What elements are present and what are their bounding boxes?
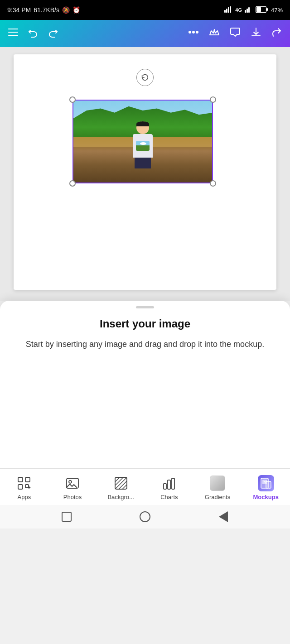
svg-rect-0: [224, 10, 226, 13]
wifi-signal-icon: [245, 6, 253, 14]
canvas-page[interactable]: [14, 54, 276, 290]
apps-icon: [16, 475, 32, 491]
corner-handle-bl[interactable]: [69, 180, 76, 187]
tab-photos-label: Photos: [63, 494, 82, 500]
status-left: 9:34 PM 61.7KB/s 🔕 ⏰: [7, 6, 80, 14]
tab-backgrounds-label: Backgro...: [107, 494, 134, 500]
selected-image-container[interactable]: [72, 100, 213, 183]
person-legs: [135, 158, 151, 168]
bottom-nav: Apps Photos Backgro...: [0, 468, 290, 505]
sheet-description: Start by inserting any image and drag an…: [11, 338, 279, 351]
redo-icon[interactable]: [47, 26, 59, 41]
svg-rect-32: [172, 478, 174, 489]
person-body: [133, 134, 153, 158]
tab-photos[interactable]: Photos: [48, 473, 97, 502]
share-icon[interactable]: [271, 26, 283, 41]
svg-point-23: [69, 481, 72, 483]
tab-apps[interactable]: Apps: [0, 473, 48, 502]
content-spacer: [0, 369, 290, 468]
svg-rect-22: [67, 478, 78, 488]
more-icon[interactable]: [188, 26, 199, 41]
tab-charts-label: Charts: [160, 494, 178, 500]
corner-handle-br[interactable]: [210, 180, 216, 187]
svg-point-14: [193, 31, 194, 33]
svg-rect-3: [230, 6, 231, 13]
back-button[interactable]: [218, 511, 229, 523]
svg-line-26: [115, 477, 123, 485]
recent-apps-icon: [62, 512, 72, 522]
home-button[interactable]: [139, 511, 151, 523]
status-right: 4G 47%: [224, 6, 283, 14]
time: 9:34 PM: [7, 6, 31, 14]
rotate-handle[interactable]: [136, 69, 154, 86]
data-speed: 61.7KB/s: [34, 6, 59, 14]
svg-rect-35: [266, 481, 271, 488]
svg-line-28: [119, 481, 127, 489]
battery-percent: 47%: [271, 7, 283, 14]
tab-mockups-label: Mockups: [253, 494, 279, 500]
svg-rect-8: [256, 7, 261, 12]
tshirt-landscape: [136, 145, 150, 151]
nav-right: [188, 26, 283, 41]
mockup-image: [72, 100, 213, 183]
hamburger-icon[interactable]: [7, 26, 19, 41]
battery-icon: [256, 6, 268, 14]
corner-handle-tl[interactable]: [69, 96, 76, 103]
tab-backgrounds[interactable]: Backgro...: [97, 473, 145, 502]
tab-apps-label: Apps: [18, 494, 31, 500]
svg-rect-5: [246, 9, 248, 13]
nav-bar: [0, 20, 290, 47]
status-bar: 9:34 PM 61.7KB/s 🔕 ⏰ 4G 47%: [0, 0, 290, 20]
person-hair: [136, 121, 149, 126]
svg-point-15: [196, 31, 198, 33]
system-nav-bar: [0, 505, 290, 529]
svg-rect-16: [18, 477, 23, 482]
svg-rect-4: [245, 10, 246, 13]
svg-rect-31: [168, 480, 170, 489]
mockups-icon: [258, 475, 274, 491]
comment-icon[interactable]: [229, 26, 241, 41]
back-icon: [219, 511, 228, 522]
recent-apps-button[interactable]: [61, 511, 72, 523]
nav-left: [7, 26, 59, 41]
mute-icon: 🔕: [62, 6, 70, 14]
svg-line-27: [115, 477, 127, 489]
bottom-sheet: Insert your image Start by inserting any…: [0, 301, 290, 369]
gradients-icon: [209, 475, 226, 491]
svg-rect-30: [164, 484, 166, 489]
alarm-icon: ⏰: [72, 6, 80, 14]
backgrounds-icon: [113, 475, 129, 491]
crown-icon[interactable]: [208, 26, 220, 41]
person-figure: [129, 121, 156, 167]
undo-icon[interactable]: [27, 26, 39, 41]
corner-handle-tr[interactable]: [210, 96, 216, 103]
svg-point-13: [189, 31, 191, 33]
signal-icon: [224, 6, 232, 14]
tab-charts[interactable]: Charts: [145, 473, 193, 502]
svg-rect-1: [226, 9, 227, 13]
photos-icon: [64, 475, 81, 491]
svg-rect-18: [18, 485, 23, 489]
sheet-handle: [136, 306, 154, 308]
tab-gradients[interactable]: Gradients: [193, 473, 242, 502]
canvas-area: [0, 47, 290, 301]
svg-rect-9: [266, 8, 268, 11]
home-icon: [140, 511, 150, 522]
download-icon[interactable]: [250, 26, 262, 41]
sheet-title: Insert your image: [11, 317, 279, 330]
charts-icon: [161, 475, 177, 491]
network-type: 4G: [235, 7, 242, 13]
svg-rect-6: [248, 7, 250, 13]
tab-gradients-label: Gradients: [205, 494, 230, 500]
svg-rect-2: [228, 7, 229, 13]
tshirt-design: [136, 141, 150, 151]
tab-mockups[interactable]: Mockups: [242, 473, 290, 502]
person-head: [136, 121, 149, 134]
svg-rect-17: [25, 477, 30, 482]
